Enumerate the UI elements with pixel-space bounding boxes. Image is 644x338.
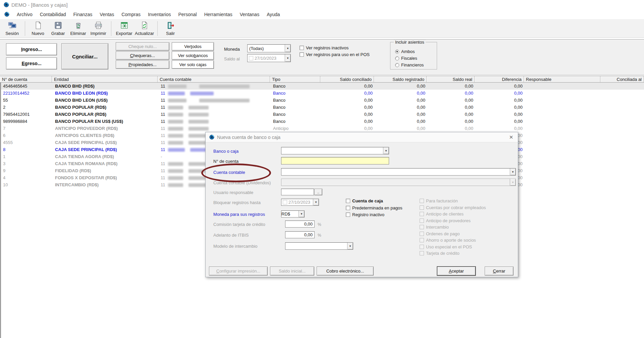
column-header-n-de-cuenta[interactable]: N° de cuenta (0, 76, 52, 82)
checkbox (420, 245, 424, 249)
checkbox-predeterminada-en-pagos[interactable]: Predeterminada en pagos (346, 205, 402, 210)
table-row[interactable]: 79854412001BANCO POPULAR (RD$)11Banco0,0… (1, 111, 644, 118)
moneda-registros-select[interactable]: RD$ ▼ (281, 210, 305, 218)
menu-item-ventanas[interactable]: Ventanas (236, 10, 263, 18)
comision-tarjeta-input[interactable]: 0,00 (285, 221, 315, 228)
column-header-cuenta-contable[interactable]: Cuenta contable (158, 76, 270, 82)
menu-item-herramientas[interactable]: Herramientas (201, 10, 236, 18)
checkbox[interactable] (300, 52, 304, 57)
menu-item-ventas[interactable]: Ventas (96, 10, 118, 18)
conciliada-al-cell (601, 90, 644, 97)
toolbar-exportar-button[interactable]: Exportar (115, 20, 133, 37)
conciliada-al-cell (601, 174, 644, 181)
table-header[interactable]: N° de cuentaEntidadCuenta contableTipoSa… (0, 76, 644, 83)
ver-registros-inactivos-checkbox[interactable]: Ver registros inactivos (300, 45, 348, 50)
table-row[interactable]: 9899986884BANCO POPULAR EN US$ (US$)11Ba… (1, 118, 644, 125)
checkbox[interactable] (300, 46, 304, 50)
date-checkbox[interactable] (283, 200, 287, 204)
checkbox-cuenta-de-caja[interactable]: Cuenta de caja (346, 198, 383, 203)
conciliar-button[interactable]: Conciliar... (61, 43, 108, 69)
cobro-button[interactable]: Cobro electrónico... (317, 267, 374, 276)
radio-fiscales[interactable]: Fiscales (395, 56, 417, 61)
table-row[interactable]: 7ANTICIPO PROVEEDOR (RD$)11Anticipo0,000… (1, 125, 644, 132)
table-row[interactable]: 55BANCO BHD LEON (US$)11Banco0,000,000,0… (1, 97, 644, 104)
menu-item-archivo[interactable]: Archivo (13, 10, 36, 18)
usuario-lookup-button[interactable]: .. (314, 189, 322, 195)
radio-icon[interactable] (395, 56, 399, 60)
saldo-conciliado-cell: 0,00 (321, 90, 375, 97)
propiedades-button[interactable]: Propiedades... (116, 60, 169, 69)
toolbar-grabar-button[interactable]: Grabar (49, 20, 67, 37)
menu-item-inventarios[interactable]: Inventarios (144, 10, 174, 18)
chequeras-button[interactable]: Chequeras... (116, 51, 169, 60)
dialog-title-bar[interactable]: Nueva cuenta de banco o caja ✕ (206, 132, 518, 142)
menu-item-compras[interactable]: Compras (118, 10, 144, 18)
cuenta-contable-label: Cuenta contable (213, 170, 245, 175)
close-icon[interactable]: ✕ (508, 134, 515, 141)
cuenta-contable-select[interactable]: ▼ (281, 168, 516, 176)
saldoini-button: Saldo inicial... (270, 267, 314, 276)
usuario-responsable-input[interactable] (281, 189, 314, 195)
menu-item-ayuda[interactable]: Ayuda (263, 10, 283, 18)
checkbox[interactable] (346, 206, 350, 210)
vertodos-button[interactable]: Ver todos (172, 42, 214, 51)
toolbar-salir-button[interactable]: Salir (161, 20, 180, 37)
toolbar-separator (111, 21, 111, 36)
aceptar-button[interactable]: Aceptar (437, 267, 476, 276)
column-header-responsable[interactable]: Responsable (524, 76, 600, 82)
entity-cell: CAJA TIENDA AGORA (RD$) (53, 153, 159, 160)
toolbar-nuevo-button[interactable]: Nuevo (29, 20, 47, 37)
chevron-down-icon[interactable]: ▼ (285, 45, 290, 52)
toolbar-actualizar-button[interactable]: Actualizar (135, 20, 154, 37)
bloquear-registros-datepicker[interactable]: 27/10/2023 ▼ (281, 199, 319, 206)
checkbox[interactable] (346, 212, 350, 217)
chevron-down-icon[interactable]: ▼ (383, 147, 389, 154)
conciliada-al-cell (601, 181, 644, 188)
column-header-saldo-conciliado[interactable]: Saldo conciliado (320, 76, 374, 82)
egreso-button[interactable]: Egreso... (6, 57, 57, 69)
radio-financieros[interactable]: Financieros (395, 62, 424, 67)
radio-icon[interactable] (395, 63, 399, 67)
checkbox[interactable] (346, 199, 350, 203)
numero-cuenta-input[interactable] (281, 157, 389, 164)
cerrar-button[interactable]: Cerrar (485, 267, 514, 276)
menu-item-contabilidad[interactable]: Contabilidad (36, 10, 70, 18)
column-header-conciliada-al[interactable]: Conciliada al (600, 76, 644, 82)
column-header-diferencia[interactable]: Diferencia (475, 76, 524, 82)
checkbox-registro-inactivo[interactable]: Registro inactivo (346, 212, 384, 217)
radio-ambos[interactable]: Ambos (395, 49, 415, 54)
banco-o-caja-select[interactable]: ▼ (281, 147, 389, 154)
chevron-down-icon[interactable]: ▼ (285, 54, 290, 62)
saldo-al-datepicker[interactable]: 27/10/2023 ▼ (247, 54, 291, 62)
column-header-entidad[interactable]: Entidad (52, 76, 158, 82)
toolbar-eliminar-button[interactable]: Eliminar (69, 20, 88, 37)
column-header-saldo-real[interactable]: Saldo real (427, 76, 475, 82)
chevron-down-icon[interactable]: ▼ (313, 199, 319, 205)
versolocajas-button[interactable]: Ver solo cajas (172, 60, 214, 69)
toolbar-imprimir-button[interactable]: Imprimir (89, 20, 108, 37)
menu-item-personal[interactable]: Personal (174, 10, 200, 18)
table-row[interactable]: 2BANCO POPULAR (RD$)11Banco0,000,000,000… (1, 104, 644, 111)
date-checkbox[interactable] (249, 56, 253, 60)
ver-registros-pos-checkbox[interactable]: Ver registros para uso en el POS (300, 52, 370, 57)
modelo-intercambio-select[interactable]: ▼ (285, 242, 353, 250)
adelanto-itbis-input[interactable]: 0,00 (285, 231, 315, 238)
entity-cell: CAJA SEDE PRINCIPAL (RD$) (53, 146, 159, 153)
column-header-saldo-registrado[interactable]: Saldo registrado (374, 76, 427, 82)
ingreso-button[interactable]: Ingreso... (6, 43, 57, 55)
versolobancos-button[interactable]: Ver solo bancos (172, 51, 214, 60)
moneda-registros-label: Moneda para sus registros (213, 212, 265, 217)
toolbar-sesio-n-button[interactable]: Sesión (3, 20, 21, 37)
chevron-down-icon[interactable]: ▼ (510, 168, 516, 175)
responsable-cell (525, 181, 601, 188)
chevron-down-icon[interactable]: ▼ (347, 243, 353, 249)
menu-item-finanzas[interactable]: Finanzas (70, 10, 96, 18)
radio-icon[interactable] (395, 50, 399, 54)
table-row[interactable]: 4546465645BANCO BHD (RD$)11Banco0,000,00… (1, 83, 644, 90)
column-header-tipo[interactable]: Tipo (270, 76, 320, 82)
table-row[interactable]: 22110014452BANCO BHD LEON (RD$)11Banco0,… (1, 90, 644, 97)
chevron-down-icon[interactable]: ▼ (299, 211, 304, 217)
tipo-cell: Banco (271, 104, 321, 111)
checkbox (420, 205, 424, 210)
moneda-select[interactable]: (Todas) ▼ (247, 44, 291, 52)
